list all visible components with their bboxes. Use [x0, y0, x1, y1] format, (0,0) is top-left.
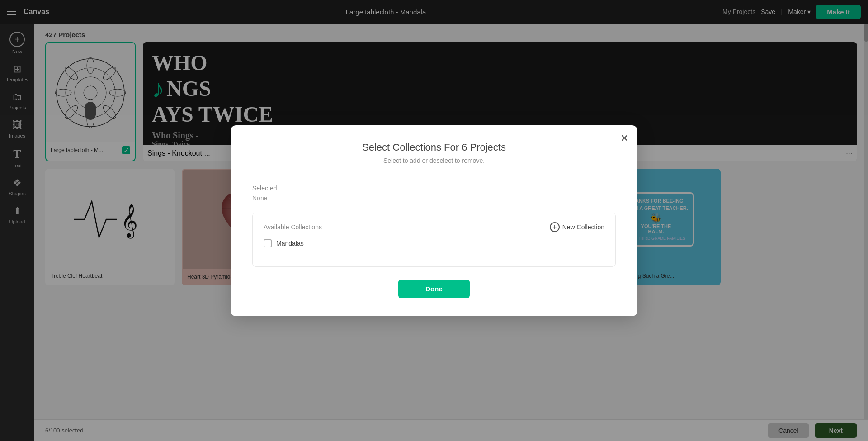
collections-modal: ✕ Select Collections For 6 Projects Sele…	[231, 125, 637, 316]
available-collections-box: Available Collections + New Collection M…	[252, 213, 616, 267]
modal-subtitle: Select to add or deselect to remove.	[252, 157, 616, 164]
modal-divider	[252, 175, 616, 175]
modal-done-area: Done	[252, 280, 616, 298]
collection-checkbox-mandalas[interactable]	[264, 239, 272, 247]
collection-item-mandalas[interactable]: Mandalas	[264, 239, 604, 247]
selected-collections-value: None	[252, 194, 616, 202]
collections-header: Available Collections + New Collection	[264, 222, 604, 232]
new-collection-plus-icon: +	[550, 222, 560, 232]
new-collection-button-label: New Collection	[562, 223, 604, 231]
modal-title: Select Collections For 6 Projects	[252, 142, 616, 153]
selected-section-label: Selected	[252, 185, 616, 192]
new-collection-button[interactable]: + New Collection	[550, 222, 604, 232]
collection-name-mandalas: Mandalas	[276, 240, 304, 247]
done-button[interactable]: Done	[398, 280, 470, 298]
modal-close-button[interactable]: ✕	[620, 133, 628, 144]
available-collections-label: Available Collections	[264, 223, 322, 231]
